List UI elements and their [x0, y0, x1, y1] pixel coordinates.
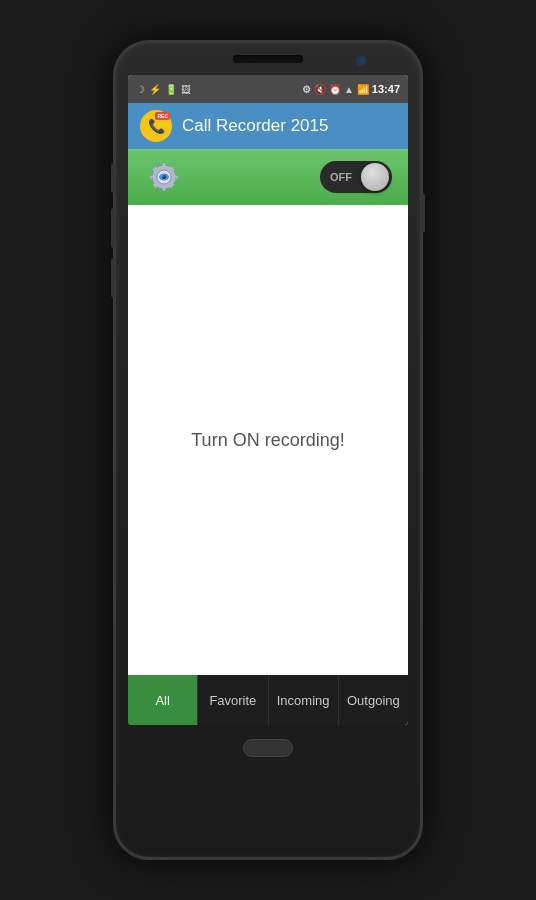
toggle-bar: OFF — [128, 149, 408, 205]
volume-down-button[interactable] — [111, 258, 115, 298]
svg-rect-5 — [163, 163, 166, 168]
svg-rect-6 — [163, 186, 166, 191]
phone-frame: ☽ ⚡ 🔋 🖼 ⚙ 🔇 ⏰ ▲ 📶 13:47 📞 REC — [113, 40, 423, 860]
tab-all[interactable]: All — [128, 675, 198, 725]
toggle-off-label: OFF — [330, 171, 352, 183]
prompt-text: Turn ON recording! — [191, 430, 344, 451]
main-content: Turn ON recording! — [128, 205, 408, 675]
rec-badge: REC — [155, 112, 170, 120]
app-title: Call Recorder 2015 — [182, 116, 328, 136]
moon-icon: ☽ — [136, 84, 145, 95]
app-icon: 📞 REC — [140, 110, 172, 142]
recording-toggle[interactable]: OFF — [320, 161, 392, 193]
svg-rect-7 — [150, 176, 155, 179]
full-signal-icon: 📶 — [357, 84, 369, 95]
camera — [357, 57, 365, 65]
toggle-knob — [361, 163, 389, 191]
svg-rect-8 — [173, 176, 178, 179]
home-button[interactable] — [243, 739, 293, 757]
phone-bottom — [243, 725, 293, 767]
speaker — [233, 55, 303, 63]
mute-icon: 🔇 — [314, 84, 326, 95]
volume-silent-button[interactable] — [111, 163, 115, 193]
power-button[interactable] — [421, 193, 425, 233]
status-bar: ☽ ⚡ 🔋 🖼 ⚙ 🔇 ⏰ ▲ 📶 13:47 — [128, 75, 408, 103]
battery-icon: 🔋 — [165, 84, 177, 95]
volume-up-button[interactable] — [111, 208, 115, 248]
status-left-icons: ☽ ⚡ 🔋 🖼 — [136, 84, 191, 95]
title-bar: 📞 REC Call Recorder 2015 — [128, 103, 408, 149]
status-right-icons: ⚙ 🔇 ⏰ ▲ 📶 13:47 — [302, 83, 400, 95]
tab-incoming[interactable]: Incoming — [269, 675, 339, 725]
alarm-icon: ⏰ — [329, 84, 341, 95]
phone-screen: ☽ ⚡ 🔋 🖼 ⚙ 🔇 ⏰ ▲ 📶 13:47 📞 REC — [128, 75, 408, 725]
tab-favorite[interactable]: Favorite — [198, 675, 268, 725]
settings-gear-icon[interactable] — [144, 157, 184, 197]
network-icon: ▲ — [344, 84, 354, 95]
bottom-tabs: All Favorite Incoming Outgoing — [128, 675, 408, 725]
clock: 13:47 — [372, 83, 400, 95]
svg-point-4 — [162, 175, 163, 176]
image-icon: 🖼 — [181, 84, 191, 95]
tab-outgoing[interactable]: Outgoing — [339, 675, 408, 725]
phone-icon: 📞 — [148, 118, 165, 134]
phone-top — [116, 43, 420, 63]
usb-icon: ⚡ — [149, 84, 161, 95]
signal-icon: ⚙ — [302, 84, 311, 95]
